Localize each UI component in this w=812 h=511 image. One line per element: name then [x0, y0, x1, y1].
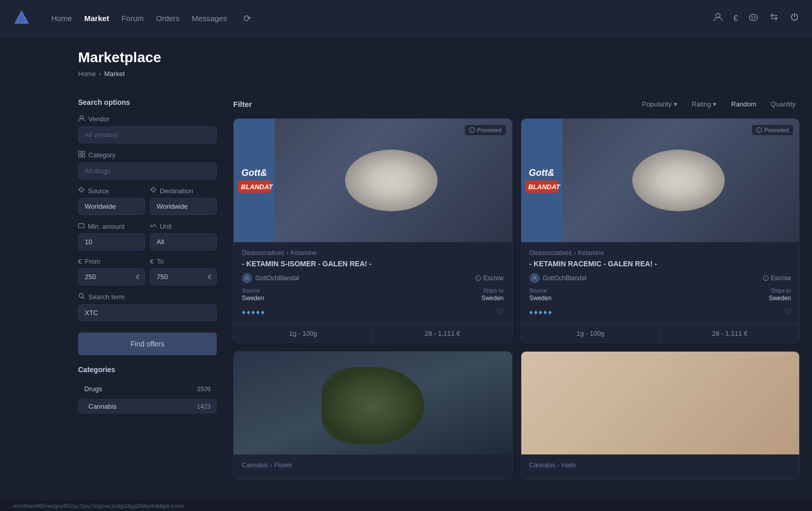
product-body-3: Cannabis › Flower [234, 454, 512, 479]
min-amount-field: Min. amount [78, 222, 145, 250]
svg-rect-10 [82, 155, 85, 157]
promoted-text-2: Promoted [764, 127, 789, 133]
svg-rect-13 [79, 224, 84, 228]
random-filter[interactable]: Random [727, 98, 760, 110]
star2-5: ♦ [548, 308, 552, 316]
breadcrumb-separator: › [99, 70, 101, 78]
categories-title: Categories [78, 366, 217, 374]
to-input-wrapper: € [150, 268, 217, 285]
category-icon [78, 151, 85, 159]
favorite-button-1[interactable]: ♡ [497, 307, 504, 317]
breadcrumb: Home › Market [78, 70, 812, 78]
svg-point-3 [749, 14, 758, 21]
product-image-4 [521, 352, 800, 454]
nav-messages[interactable]: Messages [192, 14, 227, 23]
candy-label-text-2: Gott& [529, 168, 555, 178]
exchange-icon[interactable] [769, 12, 779, 25]
source-label: Source [78, 187, 145, 195]
product-body-4: Cannabis › Hash [521, 454, 800, 479]
source-input[interactable] [78, 198, 145, 215]
star2-4: ♦ [543, 308, 547, 316]
page-header: Marketplace Home › Market [0, 37, 812, 82]
svg-text:i: i [478, 277, 479, 280]
rating-filter[interactable]: Rating ▾ [688, 98, 721, 110]
product-card-2[interactable]: Gott& BLANDAT i Promoted Disassociatives… [521, 118, 800, 343]
promoted-badge-1: i Promoted [465, 125, 506, 135]
find-offers-button[interactable]: Find offers [78, 333, 217, 355]
from-input[interactable] [78, 268, 145, 285]
star-2: ♦ [247, 308, 250, 316]
unit-input[interactable] [150, 233, 217, 250]
sidebar: Search options Vendor Category [78, 98, 217, 480]
candy-label-2: Gott& BLANDAT [521, 119, 562, 242]
popularity-filter[interactable]: Popularity ▾ [638, 98, 682, 110]
category-item-drugs[interactable]: Drugs 3509 [78, 381, 217, 397]
nav-home[interactable]: Home [51, 14, 72, 23]
svg-text:i: i [471, 129, 472, 132]
svg-point-6 [80, 116, 83, 119]
vendor-avatar-2 [530, 273, 540, 283]
svg-point-2 [716, 13, 720, 17]
shipping-source-val-1: Sweden [242, 295, 264, 302]
power-icon[interactable] [789, 12, 800, 25]
product-title-2: - KETAMIN RACEMIC - GALEN REA! - [530, 260, 791, 268]
min-amount-label: Min. amount [78, 222, 145, 230]
breadcrumb-home[interactable]: Home [78, 70, 96, 78]
candy-brand-text-2: BLANDAT [528, 183, 560, 191]
category-field-group: Category [78, 151, 217, 179]
refresh-icon[interactable]: ⟳ [243, 13, 251, 24]
rating-chevron-icon: ▾ [713, 100, 716, 108]
search-term-input[interactable] [78, 304, 217, 321]
vendor-input[interactable] [78, 126, 217, 143]
main-panel: Filter Popularity ▾ Rating ▾ Random Quan… [233, 98, 800, 480]
logo[interactable] [12, 9, 35, 28]
shipping-source-1: Source Sweden [242, 287, 264, 302]
quantity-label: Quantity [771, 100, 796, 108]
user-icon[interactable] [713, 12, 723, 25]
nav-forum[interactable]: Forum [121, 14, 143, 23]
star2-3: ♦ [539, 308, 542, 316]
popularity-chevron-icon: ▾ [674, 100, 677, 108]
page-title: Marketplace [78, 49, 812, 66]
to-input[interactable] [150, 268, 217, 285]
subcategory-item-cannabis[interactable]: Cannabis 1423 [78, 399, 217, 414]
shipping-source-2: Source Sweden [530, 287, 552, 302]
product-card-4[interactable]: Cannabis › Hash [521, 351, 800, 480]
filter-bar: Filter Popularity ▾ Rating ▾ Random Quan… [233, 98, 800, 110]
popularity-label: Popularity [642, 100, 672, 108]
nav-market[interactable]: Market [84, 14, 109, 23]
destination-input[interactable] [150, 198, 217, 215]
navbar-right: € [713, 12, 800, 25]
filter-label: Filter [233, 100, 252, 108]
star2-1: ♦ [530, 308, 533, 316]
candy-label-1: Gott& BLANDAT [234, 119, 275, 242]
candy-label-brand-1: BLANDAT [238, 180, 271, 193]
svg-point-17 [246, 276, 249, 279]
product-title-1: - KETAMIN S-ISOMER - GALEN REA! - [242, 260, 504, 268]
vendor-name-2: GottOchBlandat [543, 275, 587, 282]
star-3: ♦ [251, 308, 255, 316]
from-label: € From [78, 258, 145, 265]
quantity-filter[interactable]: Quantity [767, 98, 800, 110]
search-icon [78, 293, 85, 301]
unit-icon [150, 222, 157, 230]
svg-point-11 [80, 188, 83, 192]
product-categories-1: Disassociatives › Ketamine [242, 249, 504, 257]
product-card-1[interactable]: Gott& BLANDAT i Promoted Disassociatives… [233, 118, 513, 343]
star-4: ♦ [256, 308, 259, 316]
status-bar: ...orchblandl65nezguy6h2py7pxy7ingzwczo6… [0, 501, 812, 511]
favorite-button-2[interactable]: ♡ [784, 307, 791, 317]
category-label: Category [78, 151, 217, 159]
from-input-wrapper: € [78, 268, 145, 285]
product-cat2-2: Ketamine [578, 249, 604, 257]
product-meta-2: GottOchBlandat i Escrow [530, 273, 791, 283]
product-card-3[interactable]: Cannabis › Flower [233, 351, 513, 480]
currency-icon[interactable]: € [733, 14, 738, 23]
nav-orders[interactable]: Orders [156, 14, 180, 23]
min-amount-input[interactable] [78, 233, 145, 250]
product-shipping-2: Source Sweden Ships to Sweden [530, 287, 791, 302]
product-price-1: 28 - 1,111 € [373, 324, 512, 342]
mask-icon[interactable] [748, 12, 759, 25]
category-input[interactable] [78, 162, 217, 179]
from-currency-symbol: € [136, 273, 140, 281]
